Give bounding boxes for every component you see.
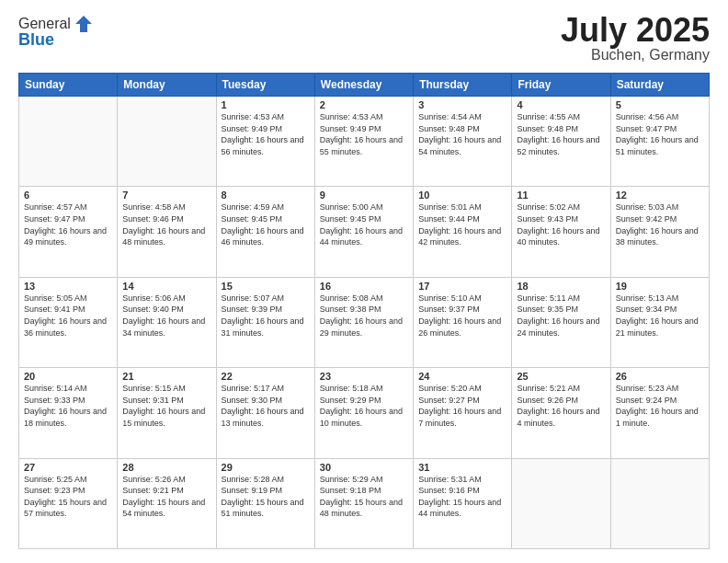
- day-info: Sunrise: 5:05 AMSunset: 9:41 PMDaylight:…: [24, 293, 112, 339]
- calendar-day: 30Sunrise: 5:29 AMSunset: 9:18 PMDayligh…: [314, 458, 413, 548]
- col-friday: Friday: [512, 74, 610, 97]
- day-info: Sunrise: 5:00 AMSunset: 9:45 PMDaylight:…: [320, 201, 408, 247]
- day-number: 30: [320, 462, 408, 473]
- calendar-day: 28Sunrise: 5:26 AMSunset: 9:21 PMDayligh…: [118, 458, 216, 548]
- day-number: 3: [418, 99, 506, 110]
- calendar-header-row: Sunday Monday Tuesday Wednesday Thursday…: [19, 74, 710, 97]
- calendar-day: 27Sunrise: 5:25 AMSunset: 9:23 PMDayligh…: [19, 458, 118, 548]
- calendar-day: 20Sunrise: 5:14 AMSunset: 9:33 PMDayligh…: [19, 368, 118, 458]
- day-info: Sunrise: 5:10 AMSunset: 9:37 PMDaylight:…: [418, 293, 506, 339]
- day-number: 21: [122, 371, 210, 382]
- day-number: 28: [122, 462, 210, 473]
- day-info: Sunrise: 5:26 AMSunset: 9:21 PMDaylight:…: [122, 474, 210, 520]
- day-info: Sunrise: 5:11 AMSunset: 9:35 PMDaylight:…: [517, 293, 605, 339]
- day-number: 23: [320, 371, 408, 382]
- calendar-week-3: 13Sunrise: 5:05 AMSunset: 9:41 PMDayligh…: [19, 277, 710, 367]
- calendar-day: 11Sunrise: 5:02 AMSunset: 9:43 PMDayligh…: [512, 187, 610, 277]
- day-info: Sunrise: 4:55 AMSunset: 9:48 PMDaylight:…: [517, 111, 605, 157]
- day-number: 4: [517, 99, 605, 110]
- day-info: Sunrise: 5:02 AMSunset: 9:43 PMDaylight:…: [517, 201, 605, 247]
- day-number: 18: [517, 281, 605, 292]
- calendar-day: 13Sunrise: 5:05 AMSunset: 9:41 PMDayligh…: [19, 277, 118, 367]
- day-number: 17: [418, 281, 506, 292]
- calendar-day: 22Sunrise: 5:17 AMSunset: 9:30 PMDayligh…: [216, 368, 314, 458]
- day-number: 2: [320, 99, 408, 110]
- day-info: Sunrise: 5:06 AMSunset: 9:40 PMDaylight:…: [122, 293, 210, 339]
- day-info: Sunrise: 5:28 AMSunset: 9:19 PMDaylight:…: [222, 474, 310, 520]
- calendar-day: [19, 97, 118, 187]
- calendar-day: 18Sunrise: 5:11 AMSunset: 9:35 PMDayligh…: [512, 277, 610, 367]
- day-number: 19: [616, 281, 704, 292]
- calendar-day: 3Sunrise: 4:54 AMSunset: 9:48 PMDaylight…: [414, 97, 512, 187]
- col-tuesday: Tuesday: [216, 74, 314, 97]
- day-info: Sunrise: 5:18 AMSunset: 9:29 PMDaylight:…: [320, 383, 408, 429]
- calendar-day: 9Sunrise: 5:00 AMSunset: 9:45 PMDaylight…: [314, 187, 413, 277]
- day-number: 27: [24, 462, 112, 473]
- calendar-day: [610, 458, 709, 548]
- calendar-day: 7Sunrise: 4:58 AMSunset: 9:46 PMDaylight…: [118, 187, 216, 277]
- calendar-day: 31Sunrise: 5:31 AMSunset: 9:16 PMDayligh…: [414, 458, 512, 548]
- day-number: 7: [122, 190, 210, 201]
- day-info: Sunrise: 4:56 AMSunset: 9:47 PMDaylight:…: [616, 111, 704, 157]
- col-sunday: Sunday: [19, 74, 118, 97]
- calendar-day: 24Sunrise: 5:20 AMSunset: 9:27 PMDayligh…: [414, 368, 512, 458]
- day-info: Sunrise: 5:21 AMSunset: 9:26 PMDaylight:…: [517, 383, 605, 429]
- calendar-day: [118, 97, 216, 187]
- day-info: Sunrise: 5:07 AMSunset: 9:39 PMDaylight:…: [222, 293, 310, 339]
- calendar-day: 6Sunrise: 4:57 AMSunset: 9:47 PMDaylight…: [19, 187, 118, 277]
- col-thursday: Thursday: [414, 74, 512, 97]
- location: Buchen, Germany: [561, 47, 710, 63]
- title-area: July 2025 Buchen, Germany: [561, 14, 710, 63]
- day-number: 13: [24, 281, 112, 292]
- calendar-week-2: 6Sunrise: 4:57 AMSunset: 9:47 PMDaylight…: [19, 187, 710, 277]
- day-info: Sunrise: 5:01 AMSunset: 9:44 PMDaylight:…: [418, 201, 506, 247]
- day-info: Sunrise: 5:14 AMSunset: 9:33 PMDaylight:…: [24, 383, 112, 429]
- calendar-week-5: 27Sunrise: 5:25 AMSunset: 9:23 PMDayligh…: [19, 458, 710, 548]
- day-info: Sunrise: 5:03 AMSunset: 9:42 PMDaylight:…: [616, 201, 704, 247]
- day-info: Sunrise: 4:53 AMSunset: 9:49 PMDaylight:…: [320, 111, 408, 157]
- logo: General Blue: [18, 14, 94, 50]
- day-info: Sunrise: 5:08 AMSunset: 9:38 PMDaylight:…: [320, 293, 408, 339]
- col-monday: Monday: [118, 74, 216, 97]
- calendar-day: 15Sunrise: 5:07 AMSunset: 9:39 PMDayligh…: [216, 277, 314, 367]
- calendar-day: 12Sunrise: 5:03 AMSunset: 9:42 PMDayligh…: [610, 187, 709, 277]
- day-info: Sunrise: 5:20 AMSunset: 9:27 PMDaylight:…: [418, 383, 506, 429]
- calendar-week-4: 20Sunrise: 5:14 AMSunset: 9:33 PMDayligh…: [19, 368, 710, 458]
- calendar-day: 19Sunrise: 5:13 AMSunset: 9:34 PMDayligh…: [610, 277, 709, 367]
- day-number: 10: [418, 190, 506, 201]
- header: General Blue July 2025 Buchen, Germany: [18, 14, 710, 63]
- calendar-week-1: 1Sunrise: 4:53 AMSunset: 9:49 PMDaylight…: [19, 97, 710, 187]
- day-info: Sunrise: 4:59 AMSunset: 9:45 PMDaylight:…: [222, 201, 310, 247]
- calendar-day: 17Sunrise: 5:10 AMSunset: 9:37 PMDayligh…: [414, 277, 512, 367]
- day-number: 31: [418, 462, 506, 473]
- calendar-day: [512, 458, 610, 548]
- col-saturday: Saturday: [610, 74, 709, 97]
- day-number: 29: [222, 462, 310, 473]
- day-number: 16: [320, 281, 408, 292]
- calendar-day: 25Sunrise: 5:21 AMSunset: 9:26 PMDayligh…: [512, 368, 610, 458]
- day-number: 24: [418, 371, 506, 382]
- calendar-day: 2Sunrise: 4:53 AMSunset: 9:49 PMDaylight…: [314, 97, 413, 187]
- day-number: 11: [517, 190, 605, 201]
- day-number: 1: [222, 99, 310, 110]
- calendar-day: 4Sunrise: 4:55 AMSunset: 9:48 PMDaylight…: [512, 97, 610, 187]
- calendar-day: 8Sunrise: 4:59 AMSunset: 9:45 PMDaylight…: [216, 187, 314, 277]
- day-info: Sunrise: 5:25 AMSunset: 9:23 PMDaylight:…: [24, 474, 112, 520]
- day-number: 26: [616, 371, 704, 382]
- day-info: Sunrise: 4:54 AMSunset: 9:48 PMDaylight:…: [418, 111, 506, 157]
- day-info: Sunrise: 5:15 AMSunset: 9:31 PMDaylight:…: [122, 383, 210, 429]
- page: General Blue July 2025 Buchen, Germany S…: [0, 0, 728, 563]
- day-number: 9: [320, 190, 408, 201]
- svg-marker-0: [75, 16, 92, 32]
- day-number: 6: [24, 190, 112, 201]
- logo-blue-text: Blue: [18, 30, 54, 50]
- day-info: Sunrise: 4:57 AMSunset: 9:47 PMDaylight:…: [24, 201, 112, 247]
- day-info: Sunrise: 4:58 AMSunset: 9:46 PMDaylight:…: [122, 201, 210, 247]
- day-number: 5: [616, 99, 704, 110]
- day-number: 14: [122, 281, 210, 292]
- calendar-day: 5Sunrise: 4:56 AMSunset: 9:47 PMDaylight…: [610, 97, 709, 187]
- day-number: 12: [616, 190, 704, 201]
- calendar-day: 16Sunrise: 5:08 AMSunset: 9:38 PMDayligh…: [314, 277, 413, 367]
- col-wednesday: Wednesday: [314, 74, 413, 97]
- calendar-day: 23Sunrise: 5:18 AMSunset: 9:29 PMDayligh…: [314, 368, 413, 458]
